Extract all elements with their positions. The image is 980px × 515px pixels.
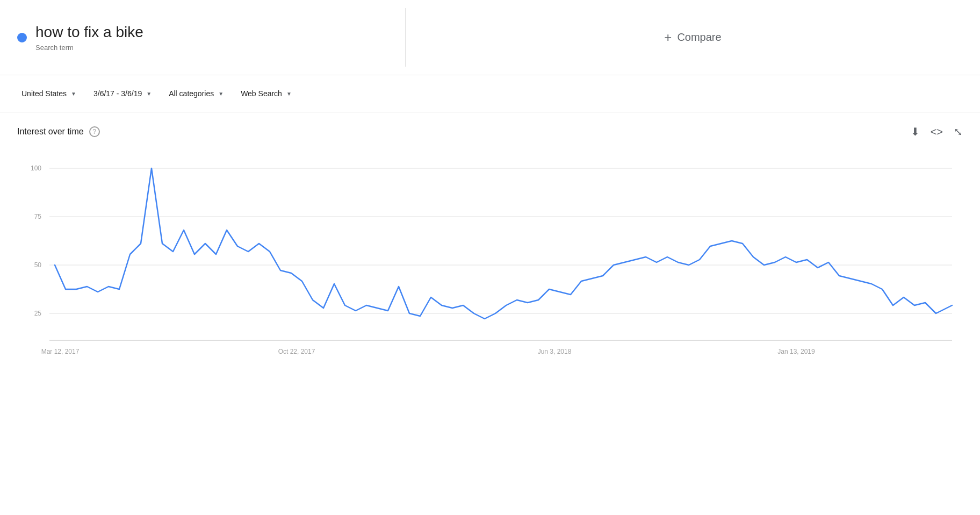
chart-title: Interest over time bbox=[17, 127, 84, 137]
svg-text:50: 50 bbox=[34, 261, 42, 269]
embed-icon[interactable]: <> bbox=[931, 126, 943, 138]
svg-text:Mar 12, 2017: Mar 12, 2017 bbox=[41, 348, 80, 355]
svg-text:25: 25 bbox=[34, 310, 42, 317]
date-range-dropdown[interactable]: 3/6/17 - 3/6/19 ▼ bbox=[85, 85, 160, 102]
compare-plus-icon: + bbox=[664, 30, 672, 45]
svg-text:75: 75 bbox=[34, 213, 42, 220]
chart-title-group: Interest over time ? bbox=[17, 126, 100, 137]
svg-text:Oct 22, 2017: Oct 22, 2017 bbox=[278, 348, 315, 355]
region-dropdown-arrow: ▼ bbox=[71, 91, 76, 97]
search-type-dropdown-arrow: ▼ bbox=[286, 91, 292, 97]
category-label: All categories bbox=[169, 89, 214, 98]
date-range-label: 3/6/17 - 3/6/19 bbox=[93, 89, 142, 98]
search-term-block: how to fix a bike Search term bbox=[0, 8, 406, 67]
compare-button[interactable]: + Compare bbox=[406, 30, 980, 45]
region-label: United States bbox=[21, 89, 67, 98]
download-icon[interactable]: ⬇ bbox=[911, 125, 920, 138]
chart-actions: ⬇ <> ⤡ bbox=[911, 125, 963, 138]
header-section: how to fix a bike Search term + Compare bbox=[0, 0, 980, 75]
chart-container: 100 75 50 25 Mar 12, 2017 Oct 22, 2017 J… bbox=[17, 147, 963, 362]
search-text-group: how to fix a bike Search term bbox=[35, 23, 143, 52]
svg-text:Jun 3, 2018: Jun 3, 2018 bbox=[538, 348, 572, 355]
category-dropdown[interactable]: All categories ▼ bbox=[160, 85, 232, 102]
date-dropdown-arrow: ▼ bbox=[146, 91, 152, 97]
search-term-dot bbox=[17, 33, 27, 42]
category-dropdown-arrow: ▼ bbox=[218, 91, 224, 97]
filter-bar: United States ▼ 3/6/17 - 3/6/19 ▼ All ca… bbox=[0, 75, 980, 112]
chart-header: Interest over time ? ⬇ <> ⤡ bbox=[17, 125, 963, 138]
search-term-label: Search term bbox=[35, 44, 143, 52]
search-type-dropdown[interactable]: Web Search ▼ bbox=[232, 85, 300, 102]
svg-text:Jan 13, 2019: Jan 13, 2019 bbox=[777, 348, 815, 355]
trend-chart: 100 75 50 25 Mar 12, 2017 Oct 22, 2017 J… bbox=[17, 147, 963, 362]
compare-label: Compare bbox=[677, 31, 721, 44]
region-dropdown[interactable]: United States ▼ bbox=[13, 85, 85, 102]
search-type-label: Web Search bbox=[241, 89, 282, 98]
help-icon[interactable]: ? bbox=[89, 126, 100, 137]
search-term-title: how to fix a bike bbox=[35, 23, 143, 41]
share-icon[interactable]: ⤡ bbox=[954, 125, 963, 138]
svg-text:100: 100 bbox=[31, 164, 41, 172]
chart-section: Interest over time ? ⬇ <> ⤡ 100 75 50 25 bbox=[0, 112, 980, 373]
